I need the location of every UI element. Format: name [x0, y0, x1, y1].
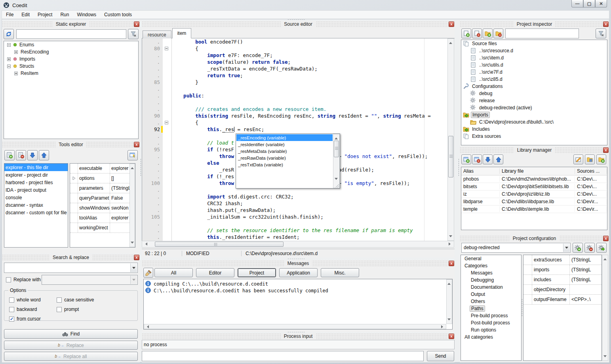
tool-list-item[interactable]: dscanner - custom opt for file [4, 209, 68, 216]
add-library-folder-button[interactable] [596, 154, 606, 164]
message-row[interactable]: compiling C:\...\build\resource.d.coedit [145, 280, 451, 287]
project-tree-node[interactable]: ..\src\e7F.d [461, 69, 607, 76]
option-checkbox-case-sensitive[interactable]: case sensitive [57, 297, 94, 303]
messages-vscrollbar[interactable] [446, 279, 452, 324]
menu-run[interactable]: Run [56, 11, 73, 19]
splitter-handle[interactable] [522, 299, 523, 317]
tool-property-row[interactable]: workingDirect [70, 223, 135, 233]
menu-edit[interactable]: Edit [17, 11, 34, 19]
library-row[interactable]: phobosC:\Dev\dmd2\windows\lib\phob...C:\… [461, 175, 607, 183]
option-checkbox-prompt[interactable]: prompt [57, 307, 79, 312]
symbol-tree-node[interactable]: ResItem [4, 70, 138, 77]
project-tree-node[interactable]: release [461, 97, 607, 104]
remove-source-button[interactable] [472, 29, 482, 38]
close-button[interactable]: ✕ [595, 0, 607, 8]
inspector-filter-input[interactable] [505, 29, 579, 38]
replace-with-checkbox[interactable]: Replace with [6, 277, 41, 282]
find-button[interactable]: Find [4, 329, 138, 339]
config-category-node[interactable]: Categories [461, 262, 521, 269]
config-category-node[interactable]: Others [461, 298, 521, 305]
config-category-node[interactable]: Documentation [461, 284, 521, 291]
popup-scrollbar[interactable] [333, 134, 340, 188]
config-category-node[interactable]: Output [461, 291, 521, 298]
move-library-down-button[interactable] [483, 154, 493, 164]
tool-list-item[interactable]: explorer - this file dir [4, 164, 68, 171]
config-property-row[interactable]: includes(TStringL [523, 275, 601, 285]
property-value[interactable]: <CPP>..\ [570, 297, 601, 302]
filter-button-project[interactable]: Project [238, 268, 276, 277]
grid-scrollbar[interactable] [129, 164, 135, 247]
symbol-tree-node[interactable]: Enums [4, 41, 138, 48]
splitter-handle[interactable] [287, 19, 305, 20]
config-property-row[interactable]: extraSources(TStringL [523, 255, 601, 265]
property-value[interactable]: (TStringL [570, 257, 601, 263]
project-tree-node[interactable]: ..\src\z85.d [461, 76, 607, 83]
option-checkbox-backward[interactable]: backward [9, 307, 37, 312]
completion-item[interactable]: _resRawData (variable) [236, 154, 333, 161]
maximize-button[interactable]: ▢ [583, 0, 595, 8]
edit-library-button[interactable] [573, 154, 583, 164]
config-category-node[interactable]: Messages [461, 269, 521, 276]
splitter-handle[interactable] [458, 158, 459, 177]
symbol-tree-node[interactable]: Structs [4, 63, 138, 70]
option-checkbox-from-cursor[interactable]: ✓from cursor [9, 316, 41, 322]
project-tree-node[interactable]: ..\src\utils.d [461, 61, 607, 69]
library-from-project-button[interactable] [585, 154, 595, 164]
config-category-node[interactable]: Post-build process [461, 319, 521, 326]
tool-property-row[interactable]: options[] [70, 173, 135, 183]
project-tree-node[interactable]: debug [461, 90, 607, 97]
remove-folder-button[interactable] [493, 29, 503, 38]
move-library-up-button[interactable] [493, 154, 503, 164]
add-folder-button[interactable] [483, 29, 493, 38]
tool-property-row[interactable]: executableexplorer [70, 164, 135, 173]
column-header-alias[interactable]: Alias [461, 168, 500, 174]
fold-collapse-icon[interactable] [165, 47, 168, 50]
sync-configuration-button[interactable] [596, 243, 607, 253]
project-tree-node[interactable]: Extra sources [461, 133, 607, 140]
tool-list-item[interactable]: explorer - project dir [4, 171, 68, 179]
tool-property-row[interactable]: showWindowsswoNon [70, 203, 135, 213]
column-header-library-file[interactable]: Library file [500, 168, 575, 174]
replace-text-combo[interactable] [42, 275, 138, 285]
replace-button[interactable]: b→ Replace [4, 341, 138, 350]
symbol-tree-node[interactable]: Imports [4, 55, 138, 63]
clear-filter-button[interactable] [128, 29, 139, 39]
menu-windows[interactable]: Windows [73, 11, 100, 19]
config-category-node[interactable]: General [461, 255, 521, 262]
config-category-node[interactable]: All categories [461, 334, 521, 341]
remove-configuration-button[interactable] [584, 243, 595, 253]
close-panel-icon[interactable]: x [134, 21, 139, 27]
process-input-field[interactable] [142, 351, 424, 361]
project-tree-node[interactable]: Source files [461, 40, 607, 47]
send-button[interactable]: Send [427, 351, 454, 361]
message-row[interactable]: C:\...\build\resource.d.coedit has been … [145, 287, 451, 294]
config-category-node[interactable]: Debugging [461, 276, 521, 284]
close-panel-icon[interactable]: x [134, 255, 139, 260]
close-panel-icon[interactable]: x [603, 236, 609, 241]
menu-file[interactable]: File [2, 11, 17, 19]
completion-item[interactable]: _resEncoding (variable) [236, 134, 333, 141]
tool-list-item[interactable]: dscanner - syntax [4, 201, 68, 209]
symbol-tree-node[interactable]: ResEncoding [4, 48, 138, 55]
expand-icon[interactable] [14, 50, 18, 54]
completion-item[interactable]: _resIdentifier (variable) [236, 141, 333, 148]
config-property-row[interactable]: outputFilename<CPP>..\ [523, 295, 601, 305]
replace-all-button[interactable]: b→ Replace all [4, 352, 138, 361]
project-tree-node[interactable]: ..\src\resource.d [461, 47, 607, 54]
library-row[interactable]: libdparseC:\Dev\dlibs\libdparse.libC:\De… [461, 198, 607, 206]
close-panel-icon[interactable]: x [449, 21, 454, 27]
remove-library-button[interactable] [472, 154, 482, 164]
collapse-icon[interactable] [7, 43, 11, 47]
project-tree-node[interactable]: debug-redirected (active) [461, 104, 607, 111]
tab-resource[interactable]: resource [143, 30, 171, 39]
expand-icon[interactable] [14, 72, 18, 75]
editor-hscrollbar[interactable] [142, 241, 454, 248]
tool-property-row[interactable]: queryParametFalse [70, 193, 135, 203]
add-configuration-button[interactable] [573, 243, 583, 253]
project-tree-node[interactable]: ..\src\item.d [461, 54, 607, 61]
config-category-node[interactable]: Paths [461, 305, 521, 312]
minimize-button[interactable]: — [571, 0, 583, 8]
remove-tool-button[interactable] [16, 150, 26, 160]
project-tree-node[interactable]: C:\Dev\dproj\resource.d\build\..\src\ [461, 118, 607, 126]
config-property-row[interactable]: imports(TStringL [523, 265, 601, 275]
